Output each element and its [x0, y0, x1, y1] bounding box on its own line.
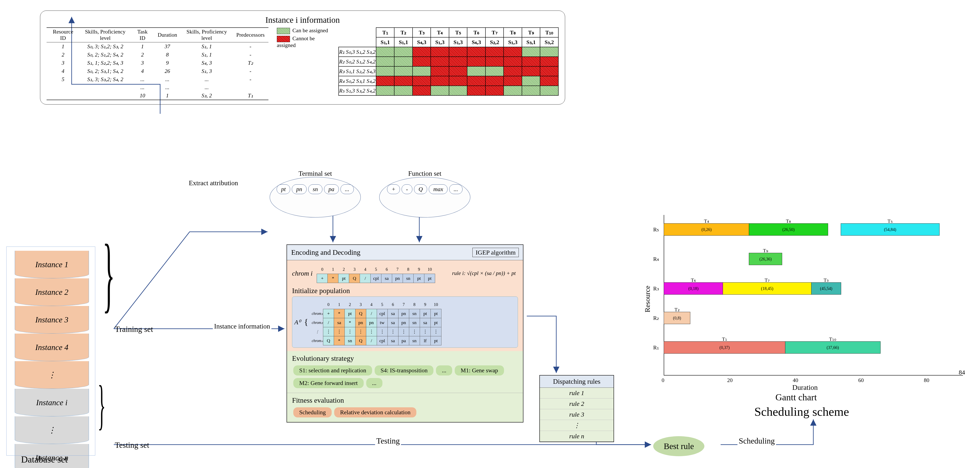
legend-cannot-swatch: [277, 36, 290, 42]
makespan-label: 84: [959, 369, 965, 376]
gantt-title: Gantt chart: [775, 392, 817, 403]
instance-info-panel: Instance i information Resource IDSkills…: [40, 11, 565, 105]
extract-label: Extract attribution: [188, 179, 239, 187]
init-pop-label: A⁰: [294, 318, 301, 326]
scheduling-label: Scheduling: [738, 436, 776, 446]
evolutionary-section: Evolutionary strategy S1: selection and …: [287, 351, 523, 393]
best-rule-node: Best rule: [653, 436, 705, 456]
instance-info-title: Instance i information: [46, 15, 558, 25]
dispatching-rules-box: Dispatching rules rule 1rule 2rule 3⋮rul…: [539, 375, 614, 442]
gantt-subtitle: Scheduling scheme: [754, 404, 849, 419]
igep-algorithm-box: Encoding and DecodingIGEP algorithm chro…: [286, 244, 523, 422]
gantt-chart: T₁(0,37)T₁₀(37,66)T₂(0,8)T₆(0,18)T₇(18,4…: [641, 211, 967, 400]
brace-training: }: [103, 232, 115, 379]
assignment-matrix: T₁T₂T₃T₄T₅T₆T₇T₈T₉T₁₀S₁,1S₁,1S₄,3S₁,3S₁,…: [338, 27, 558, 96]
function-set-title: Function set: [380, 170, 470, 177]
legend-can-label: Can be assigned: [293, 27, 328, 33]
init-header: Initialize population: [292, 287, 518, 295]
terminal-set-title: Terminal set: [270, 170, 361, 177]
legend-can-swatch: [277, 28, 290, 34]
fitness-section: Fitness evaluation SchedulingRelative de…: [287, 393, 523, 422]
gantt-xlabel: Duration: [792, 384, 818, 392]
database-label: Database set: [21, 454, 68, 465]
dispatch-title: Dispatching rules: [540, 376, 614, 388]
resource-table: Resource IDSkills, Proficiency levelTask…: [46, 27, 269, 100]
training-set-label: Training set: [115, 325, 153, 334]
fitness-header: Fitness evaluation: [292, 396, 518, 404]
testing-set-label: Testing set: [115, 440, 149, 450]
evo-header: Evolutionary strategy: [292, 354, 518, 363]
algo-tag: IGEP algorithm: [473, 248, 519, 257]
testing-label: Testing: [375, 436, 401, 446]
terminal-set-oval: Terminal set ptpnsnpa...: [270, 177, 361, 218]
gantt-ylabel: Resource: [643, 286, 652, 312]
algo-header: Encoding and Decoding: [291, 248, 361, 256]
encoding-section: chrom i 012345678910+*ptQ/cplsapnsnptpt …: [287, 260, 523, 351]
chrom-label: chrom i: [292, 269, 312, 277]
brace-testing: }: [98, 377, 105, 466]
database-border: [6, 247, 95, 455]
instance-info-label: Instance information: [213, 322, 271, 330]
rule-formula: rule i: √(cpl × (sa / pn)) + pt: [452, 270, 515, 277]
function-set-oval: Function set +-Qmax...: [379, 177, 470, 218]
